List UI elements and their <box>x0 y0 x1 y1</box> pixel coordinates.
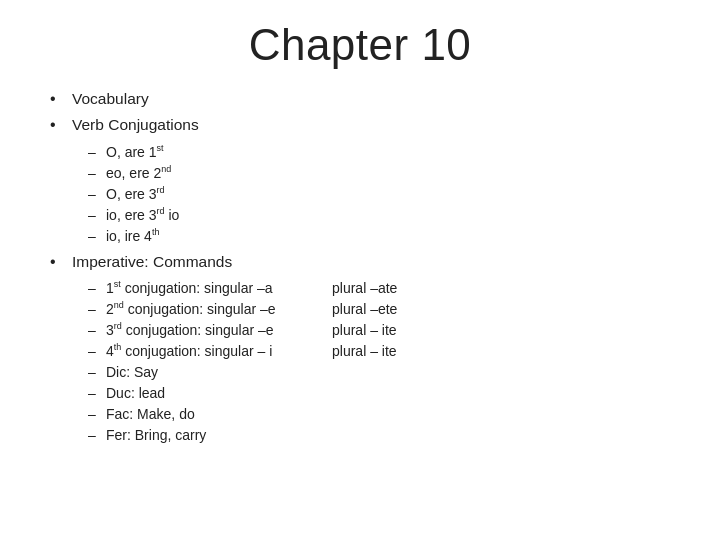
conj-item-4: – io, ere 3rd io <box>88 205 670 226</box>
imperative-sublist: – 1st conjugation: singular –a plural –a… <box>88 278 670 446</box>
conj-item-3: – O, ere 3rd <box>88 184 670 205</box>
bullet-dot-imperative: • <box>50 251 64 273</box>
imp-plural-3: plural – ite <box>332 320 432 341</box>
conj-item-2: – eo, ere 2nd <box>88 163 670 184</box>
imperative-label: Imperative: Commands <box>72 251 232 273</box>
imp-dash-5: – <box>88 362 100 383</box>
page-title: Chapter 10 <box>50 20 670 70</box>
imp-text-5: Dic: Say <box>106 362 158 383</box>
verb-conjugations-sublist: – O, are 1st – eo, ere 2nd – O, ere 3rd … <box>88 142 670 247</box>
conj-text-2: eo, ere 2nd <box>106 163 171 184</box>
imp-dash-7: – <box>88 404 100 425</box>
imp-plural-1: plural –ate <box>332 278 432 299</box>
imp-dash-1: – <box>88 278 100 299</box>
imp-dash-2: – <box>88 299 100 320</box>
content-area: • Vocabulary • Verb Conjugations – O, ar… <box>50 88 670 448</box>
imp-item-7: – Fac: Make, do <box>88 404 670 425</box>
dash-3: – <box>88 184 100 205</box>
bullet-vocabulary: • Vocabulary <box>50 88 670 110</box>
imp-item-3: – 3rd conjugation: singular –e plural – … <box>88 320 670 341</box>
imp-item-6: – Duc: lead <box>88 383 670 404</box>
imp-dash-8: – <box>88 425 100 446</box>
imp-item-5: – Dic: Say <box>88 362 670 383</box>
imp-dash-6: – <box>88 383 100 404</box>
imp-item-2: – 2nd conjugation: singular –e plural –e… <box>88 299 670 320</box>
imp-item-1: – 1st conjugation: singular –a plural –a… <box>88 278 670 299</box>
bullet-verb-conjugations: • Verb Conjugations <box>50 114 670 136</box>
dash-2: – <box>88 163 100 184</box>
imp-text-8: Fer: Bring, carry <box>106 425 206 446</box>
imp-item-8: – Fer: Bring, carry <box>88 425 670 446</box>
dash-4: – <box>88 205 100 226</box>
imp-plural-2: plural –ete <box>332 299 432 320</box>
imp-main-2: 2nd conjugation: singular –e <box>106 299 326 320</box>
conj-item-5: – io, ire 4th <box>88 226 670 247</box>
conj-item-1: – O, are 1st <box>88 142 670 163</box>
imp-main-4: 4th conjugation: singular – i <box>106 341 326 362</box>
bullet-dot-verb: • <box>50 114 64 136</box>
dash-5: – <box>88 226 100 247</box>
imp-item-4: – 4th conjugation: singular – i plural –… <box>88 341 670 362</box>
vocabulary-label: Vocabulary <box>72 88 149 110</box>
verb-conjugations-label: Verb Conjugations <box>72 114 199 136</box>
imp-text-6: Duc: lead <box>106 383 165 404</box>
bullet-dot-vocabulary: • <box>50 88 64 110</box>
conj-text-3: O, ere 3rd <box>106 184 165 205</box>
imp-main-3: 3rd conjugation: singular –e <box>106 320 326 341</box>
dash-1: – <box>88 142 100 163</box>
imp-dash-3: – <box>88 320 100 341</box>
imp-main-1: 1st conjugation: singular –a <box>106 278 326 299</box>
imp-dash-4: – <box>88 341 100 362</box>
conj-text-5: io, ire 4th <box>106 226 159 247</box>
page: Chapter 10 • Vocabulary • Verb Conjugati… <box>0 0 720 540</box>
imp-plural-4: plural – ite <box>332 341 432 362</box>
imp-text-7: Fac: Make, do <box>106 404 195 425</box>
conj-text-1: O, are 1st <box>106 142 164 163</box>
conj-text-4: io, ere 3rd io <box>106 205 179 226</box>
bullet-imperative: • Imperative: Commands <box>50 251 670 273</box>
